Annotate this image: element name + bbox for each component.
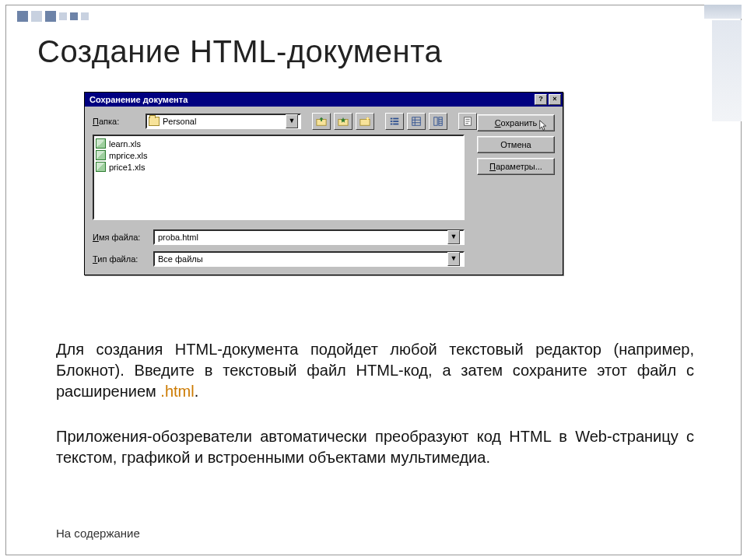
toc-link[interactable]: На содержание	[56, 527, 140, 540]
xls-file-icon	[96, 138, 106, 149]
help-button[interactable]: ?	[535, 94, 547, 105]
svg-rect-3	[360, 119, 370, 125]
list-view-button[interactable]	[385, 113, 404, 130]
decoration-top-left	[17, 11, 89, 22]
list-item[interactable]: price1.xls	[96, 161, 461, 173]
filetype-combo[interactable]: Все файлы ▼	[153, 251, 465, 267]
filename-label: Имя файла:	[93, 233, 147, 242]
file-name: price1.xls	[109, 163, 145, 172]
svg-rect-6	[391, 121, 393, 122]
extension-highlight: .html	[160, 383, 194, 400]
svg-rect-5	[391, 118, 393, 120]
look-in-favorites-button[interactable]	[334, 113, 352, 130]
up-one-level-button[interactable]	[312, 113, 331, 130]
chevron-down-icon[interactable]: ▼	[447, 252, 460, 266]
svg-rect-15	[434, 117, 437, 126]
filetype-label: Тип файла:	[93, 254, 147, 264]
chevron-down-icon[interactable]: ▼	[286, 114, 298, 128]
cancel-button[interactable]: Отмена	[477, 136, 555, 153]
chevron-down-icon[interactable]: ▼	[447, 230, 460, 244]
filename-input[interactable]: proba.html ▼	[153, 229, 465, 245]
new-folder-button[interactable]	[356, 113, 374, 130]
xls-file-icon	[96, 162, 106, 172]
decoration-right	[712, 20, 742, 121]
save-dialog: Сохранение документа ? × Папка: Personal…	[84, 92, 563, 275]
save-button[interactable]: Сохранить	[477, 114, 555, 131]
file-name: learn.xls	[109, 139, 141, 149]
file-name: mprice.xls	[109, 151, 148, 160]
dialog-titlebar[interactable]: Сохранение документа ? ×	[85, 93, 563, 107]
list-item[interactable]: mprice.xls	[96, 149, 461, 161]
options-button[interactable]: Параметры...	[477, 158, 555, 175]
slide-frame	[5, 5, 742, 555]
svg-rect-10	[393, 124, 398, 125]
folder-combo[interactable]: Personal ▼	[146, 114, 301, 129]
paragraph-1: Для создания HTML-документа подойдет люб…	[56, 339, 694, 402]
filename-value: proba.html	[158, 233, 198, 242]
xls-file-icon	[96, 150, 106, 160]
svg-rect-9	[393, 121, 398, 122]
dialog-title: Сохранение документа	[89, 95, 188, 104]
svg-rect-8	[393, 118, 398, 120]
list-item[interactable]: learn.xls	[96, 138, 461, 149]
properties-view-button[interactable]	[429, 113, 447, 130]
cursor-icon	[538, 120, 549, 132]
folder-label: Папка:	[93, 117, 139, 126]
svg-rect-11	[412, 117, 421, 126]
paragraph-2: Приложения-обозреватели автоматически пр…	[56, 426, 694, 468]
folder-value: Personal	[163, 117, 286, 126]
tools-dropdown-button[interactable]	[458, 113, 477, 130]
filetype-value: Все файлы	[158, 254, 203, 264]
file-list[interactable]: learn.xls mprice.xls price1.xls	[93, 135, 465, 220]
dialog-toolbar	[312, 113, 477, 130]
decoration-top-right	[704, 5, 742, 19]
slide-title: Создание HTML-документа	[37, 34, 442, 69]
svg-rect-7	[391, 124, 393, 125]
details-view-button[interactable]	[407, 113, 426, 130]
folder-icon	[149, 117, 160, 126]
close-button[interactable]: ×	[549, 94, 561, 105]
